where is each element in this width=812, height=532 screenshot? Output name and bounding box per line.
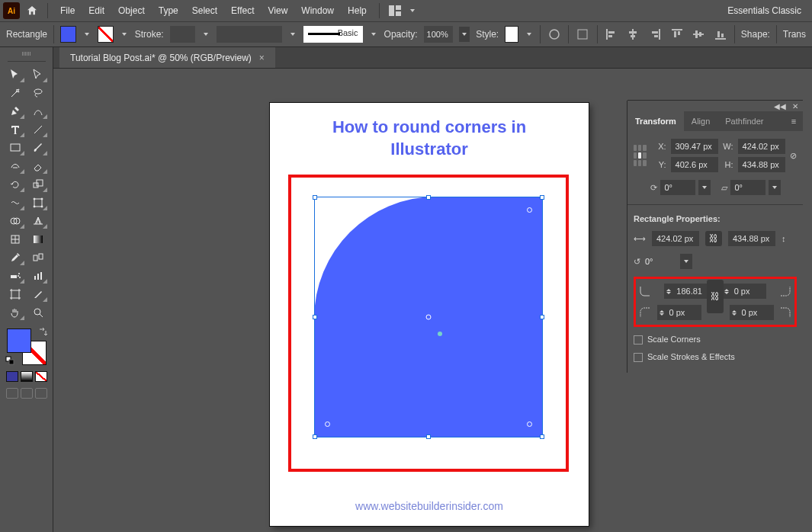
grip-icon[interactable]: [11, 52, 42, 56]
shear-dropdown[interactable]: [769, 180, 781, 195]
scale-tool[interactable]: [28, 176, 48, 193]
corner-tr-icon[interactable]: [779, 285, 791, 297]
shape-builder-tool[interactable]: [5, 213, 25, 229]
menu-file[interactable]: File: [54, 2, 81, 19]
type-tool[interactable]: [5, 121, 25, 138]
menu-effect[interactable]: Effect: [225, 2, 260, 19]
line-tool[interactable]: [28, 121, 48, 138]
tab-transform[interactable]: Transform: [627, 111, 684, 131]
align-bottom-icon[interactable]: [712, 25, 728, 43]
selection-tool[interactable]: [5, 66, 25, 83]
rotate-field[interactable]: 0°: [660, 180, 695, 195]
arrange-docs-icon[interactable]: [386, 2, 404, 20]
x-field[interactable]: 309.47 px: [671, 139, 718, 154]
link-wh-icon[interactable]: ⊘: [790, 151, 797, 161]
scale-strokes-checkbox[interactable]: Scale Strokes & Effects: [634, 352, 797, 362]
align-vcenter-icon[interactable]: [691, 25, 707, 43]
recolor-icon[interactable]: [547, 25, 563, 43]
close-icon[interactable]: ✕: [792, 102, 798, 111]
color-swatch[interactable]: [6, 371, 18, 382]
fill-stroke-control[interactable]: [5, 327, 48, 367]
zoom-tool[interactable]: [28, 304, 48, 321]
fill-swatch[interactable]: [60, 26, 76, 43]
draw-behind-icon[interactable]: [21, 388, 33, 399]
panel-menu-icon[interactable]: ≡: [785, 117, 803, 126]
rectangle-tool[interactable]: [5, 139, 25, 156]
pen-tool[interactable]: [5, 103, 25, 120]
stroke-swatch[interactable]: [98, 26, 114, 43]
rect-width-field[interactable]: 424.02 px: [652, 231, 699, 246]
rect-rotate-field[interactable]: 0°: [645, 257, 676, 266]
stroke-profile-dropdown[interactable]: [369, 26, 378, 43]
reference-point-grid[interactable]: [634, 145, 647, 166]
handle-icon[interactable]: [540, 315, 544, 319]
opacity-dropdown[interactable]: [459, 27, 470, 42]
opacity-field[interactable]: 100%: [424, 26, 454, 43]
none-swatch[interactable]: [35, 371, 47, 382]
arrange-docs-dropdown[interactable]: [407, 2, 418, 19]
home-icon[interactable]: [23, 2, 41, 20]
w-field[interactable]: 424.02 px: [738, 139, 785, 154]
menu-help[interactable]: Help: [342, 2, 373, 19]
align-top-icon[interactable]: [669, 25, 685, 43]
paintbrush-tool[interactable]: [28, 139, 48, 156]
align-right-icon[interactable]: [647, 25, 663, 43]
blend-tool[interactable]: [28, 249, 48, 266]
magic-wand-tool[interactable]: [5, 85, 25, 101]
eyedropper-tool[interactable]: [5, 249, 25, 266]
graphic-style-dropdown[interactable]: [525, 26, 534, 43]
stroke-weight-dropdown[interactable]: [201, 26, 210, 43]
align-hcenter-icon[interactable]: [625, 25, 641, 43]
align-left-icon[interactable]: [603, 25, 619, 43]
tab-align[interactable]: Align: [684, 111, 717, 131]
corner-tr-field[interactable]: 0 px: [722, 284, 766, 299]
shaper-tool[interactable]: [5, 158, 25, 175]
handle-icon[interactable]: [540, 195, 544, 200]
rotate-dropdown[interactable]: [698, 180, 711, 195]
document-tab[interactable]: Tutorial Blog Post.ai* @ 50% (RGB/Previe…: [59, 47, 275, 68]
y-field[interactable]: 402.6 px: [671, 157, 718, 172]
menu-object[interactable]: Object: [112, 2, 151, 19]
artboard[interactable]: How to round corners in Illustrator www.…: [270, 103, 589, 526]
curvature-tool[interactable]: [28, 103, 48, 120]
rotate-tool[interactable]: [5, 176, 25, 193]
handle-icon[interactable]: [313, 195, 317, 200]
link-corners-icon[interactable]: ⛓: [707, 280, 724, 313]
menu-type[interactable]: Type: [152, 2, 185, 19]
link-dims-icon[interactable]: ⛓: [705, 231, 722, 246]
corner-br-icon[interactable]: [779, 306, 791, 319]
draw-normal-icon[interactable]: [6, 388, 18, 399]
corner-tl-field[interactable]: 186.81: [664, 284, 708, 299]
corner-bl-field[interactable]: 0 px: [657, 305, 701, 320]
tab-pathfinder[interactable]: Pathfinder: [717, 111, 771, 131]
corner-tl-icon[interactable]: [639, 285, 651, 297]
fill-color[interactable]: [7, 328, 31, 353]
collapse-icon[interactable]: ◀◀: [774, 102, 786, 111]
scale-corners-checkbox[interactable]: Scale Corners: [634, 335, 797, 345]
draw-inside-icon[interactable]: [35, 388, 47, 399]
stroke-dropdown[interactable]: [120, 26, 129, 43]
shear-field[interactable]: 0°: [730, 180, 765, 195]
handle-icon[interactable]: [540, 434, 544, 439]
perspective-grid-tool[interactable]: [28, 213, 48, 229]
handle-icon[interactable]: [313, 434, 317, 439]
align-to-icon[interactable]: [575, 25, 591, 43]
rect-rotate-dropdown[interactable]: [680, 254, 692, 269]
symbol-sprayer-tool[interactable]: [5, 268, 25, 284]
column-graph-tool[interactable]: [28, 268, 48, 284]
brush-def-field[interactable]: [217, 26, 282, 43]
stroke-profile[interactable]: Basic: [303, 26, 362, 43]
workspace-switcher[interactable]: Essentials Classic: [720, 2, 809, 19]
swap-colors-icon[interactable]: [37, 327, 48, 338]
menu-window[interactable]: Window: [295, 2, 340, 19]
mesh-tool[interactable]: [5, 231, 25, 248]
menu-view[interactable]: View: [262, 2, 294, 19]
handle-icon[interactable]: [426, 434, 431, 439]
handle-icon[interactable]: [313, 315, 317, 319]
rect-height-field[interactable]: 434.88 px: [728, 231, 775, 246]
lasso-tool[interactable]: [28, 85, 48, 101]
gradient-tool[interactable]: [28, 231, 48, 248]
menu-edit[interactable]: Edit: [82, 2, 111, 19]
slice-tool[interactable]: [28, 286, 48, 303]
fill-dropdown[interactable]: [82, 26, 91, 43]
